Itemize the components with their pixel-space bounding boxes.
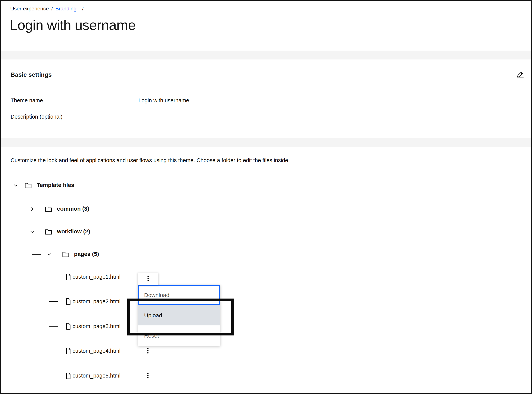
tree-file-custom-page3-html[interactable]: custom_page3.html — [72, 323, 120, 329]
basic-settings-heading: Basic settings — [10, 71, 52, 78]
divider-band-top — [1, 51, 531, 59]
chevron-down-icon[interactable] — [13, 183, 19, 188]
tree-connector-tick — [49, 326, 58, 327]
chevron-down-icon[interactable] — [29, 229, 35, 235]
tree-file-custom-page2-html[interactable]: custom_page2.html — [72, 298, 120, 305]
tree-connector-tick — [49, 351, 58, 351]
overflow-menu-button-open[interactable] — [138, 273, 158, 285]
tree-file-custom-page4-html[interactable]: custom_page4.html — [72, 348, 120, 354]
folder-icon — [24, 182, 32, 189]
document-icon — [66, 274, 71, 280]
tree-folder-pages-5[interactable]: pages (5) — [74, 251, 99, 257]
theme-name-value: Login with username — [139, 97, 189, 104]
branding-theme-page: User experience / Branding / Login with … — [0, 0, 532, 394]
folder-icon — [62, 251, 69, 258]
tree-connector-line — [15, 192, 15, 393]
chevron-down-icon[interactable] — [46, 252, 52, 257]
tree-connector-tick — [15, 232, 24, 232]
menu-item-upload[interactable]: Upload — [138, 305, 220, 325]
tree-folder-common-3[interactable]: common (3) — [57, 206, 89, 212]
breadcrumb-separator: / — [82, 6, 84, 12]
overflow-menu-vertical-icon — [147, 275, 149, 282]
tree-connector-line — [32, 238, 32, 393]
breadcrumb-item-branding[interactable]: Branding — [55, 6, 77, 12]
tree-connector-tick — [15, 209, 24, 209]
chevron-right-icon[interactable] — [29, 206, 35, 212]
description-label: Description (optional) — [10, 114, 62, 120]
folder-icon — [45, 206, 52, 212]
breadcrumb-separator: / — [51, 6, 53, 12]
tree-connector-tick — [49, 301, 58, 302]
customize-description: Customize the look and feel of applicati… — [10, 157, 288, 163]
overflow-menu: DownloadUploadReset — [138, 285, 220, 346]
breadcrumb: User experience / Branding / — [10, 6, 86, 12]
theme-name-label: Theme name — [10, 97, 43, 104]
menu-item-reset[interactable]: Reset — [138, 325, 220, 346]
document-icon — [66, 372, 71, 379]
breadcrumb-item-user-experience[interactable]: User experience — [10, 6, 49, 12]
tree-file-custom-page5-html[interactable]: custom_page5.html — [72, 373, 120, 379]
folder-icon — [45, 229, 52, 235]
tree-connector-tick — [49, 376, 58, 376]
overflow-menu-button[interactable] — [147, 347, 149, 354]
menu-item-download[interactable]: Download — [138, 285, 220, 305]
tree-connector-line — [49, 261, 49, 376]
tree-folder-template-files[interactable]: Template files — [37, 182, 74, 188]
document-icon — [66, 323, 71, 330]
tree-folder-workflow-2[interactable]: workflow (2) — [57, 228, 90, 235]
document-icon — [66, 298, 71, 305]
tree-connector-tick — [49, 277, 58, 277]
pencil-edit-icon — [516, 70, 525, 79]
document-icon — [66, 347, 71, 354]
tree-file-custom-page1-html[interactable]: custom_page1.html — [72, 274, 120, 280]
edit-button[interactable] — [514, 67, 527, 81]
page-title: Login with username — [10, 17, 136, 33]
divider-band-bottom — [1, 138, 531, 147]
overflow-menu-button[interactable] — [147, 372, 149, 379]
tree-connector-tick — [32, 254, 41, 254]
